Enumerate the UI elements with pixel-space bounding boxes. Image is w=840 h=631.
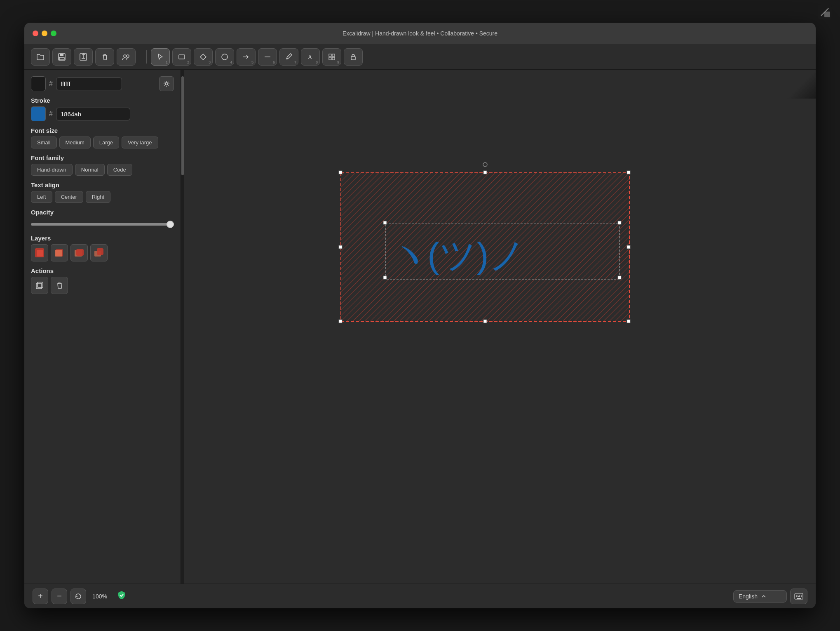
svg-rect-1 [60,54,63,56]
duplicate-button[interactable] [31,277,48,294]
rect-tool-num: 2 [187,60,189,64]
font-code-button[interactable]: Code [107,164,132,176]
text-align-center-button[interactable]: Center [55,191,83,203]
font-size-very-large-button[interactable]: Very large [122,137,158,148]
svg-rect-19 [37,250,43,257]
opacity-slider[interactable] [31,223,174,226]
font-family-label: Font family [31,154,174,161]
layer-2-button[interactable] [51,244,68,261]
trash-button[interactable] [51,277,68,294]
language-selector[interactable]: English [733,590,787,603]
zoom-level-label: 100% [89,593,110,600]
canvas-area[interactable]: ヽ(ツ)ノ [184,70,816,584]
collaborate-button[interactable] [117,48,136,66]
text-align-right-button[interactable]: Right [86,191,110,203]
layer-3-button[interactable] [70,244,88,261]
text-tool-button[interactable]: A 8 [301,48,320,66]
text-handle-tr [618,221,621,224]
svg-rect-2 [59,57,64,60]
select-tool-button[interactable]: 1 [151,48,170,66]
stroke-section: Stroke # 1864ab [31,97,174,121]
background-color-row: # ffffff [31,76,174,91]
background-color-input[interactable]: ffffff [56,78,122,90]
grid-tool-button[interactable]: 9 [322,48,341,66]
open-file-button[interactable] [31,48,50,66]
close-button[interactable] [33,31,38,36]
sidebar-wrapper: # ffffff Stroke # 1864ab [24,70,184,584]
stroke-color-input[interactable]: 1864ab [56,108,130,120]
bottombar-right: English [733,589,807,604]
window-title: Excalidraw | Hand-drawn look & feel • Co… [343,30,497,37]
text-align-label: Text align [31,181,174,188]
svg-rect-30 [796,595,797,596]
circle-tool-button[interactable]: 4 [215,48,234,66]
text-align-buttons: Left Center Right [31,191,174,203]
file-tools [31,48,136,66]
line-tool-button[interactable]: 6 [258,48,277,66]
svg-rect-36 [801,596,802,597]
sidebar-scrollbar[interactable] [181,70,184,584]
hash-sign-stroke: # [49,110,53,118]
main-content: # ffffff Stroke # 1864ab [24,70,816,584]
delete-button[interactable] [95,48,114,66]
stroke-color-swatch[interactable] [31,106,46,121]
svg-rect-27 [38,282,43,287]
font-size-medium-button[interactable]: Medium [59,137,91,148]
rotation-handle [483,162,487,167]
keyboard-button[interactable] [790,589,807,604]
bottombar: + − 100% English [24,584,816,608]
select-tool-num: 1 [166,60,168,64]
save-button[interactable] [52,48,71,66]
svg-rect-3 [80,54,87,60]
opacity-slider-container [31,218,174,229]
pencil-tool-num: 7 [294,60,296,64]
layer-4-button[interactable] [90,244,108,261]
pencil-tool-button[interactable]: 7 [279,48,298,66]
export-button[interactable] [74,48,93,66]
svg-rect-35 [798,596,800,597]
font-size-label: Font size [31,127,174,134]
svg-rect-34 [796,596,797,597]
svg-rect-12 [329,57,331,60]
arrow-tool-button[interactable]: 5 [237,48,256,66]
handle-bm [483,320,487,323]
zoom-out-button[interactable]: − [52,589,67,604]
settings-gear-button[interactable] [159,76,174,91]
toolbar-sep-1 [146,50,147,64]
font-family-buttons: Hand-drawn Normal Code [31,164,174,176]
svg-rect-32 [799,595,800,596]
layer-1-button[interactable] [31,244,48,261]
text-tool-num: 8 [316,60,318,64]
minimize-button[interactable] [42,31,47,36]
shield-icon [117,590,127,603]
stroke-label: Stroke [31,97,174,104]
background-color-swatch[interactable] [31,76,46,91]
font-normal-button[interactable]: Normal [75,164,105,176]
svg-point-7 [222,54,228,60]
svg-point-17 [165,82,168,85]
hash-sign-bg: # [49,80,53,87]
text-align-left-button[interactable]: Left [31,191,52,203]
handle-tm [483,171,487,174]
font-hand-drawn-button[interactable]: Hand-drawn [31,164,73,176]
grid-tool-num: 9 [337,60,339,64]
zoom-in-button[interactable]: + [33,589,48,604]
zoom-reset-button[interactable] [70,589,86,604]
svg-rect-10 [329,54,331,57]
zoom-out-icon: − [57,591,62,601]
svg-rect-33 [801,595,802,596]
text-handle-tl [383,221,387,224]
diamond-tool-button[interactable]: 3 [194,48,213,66]
font-size-small-button[interactable]: Small [31,137,57,148]
lock-tool-button[interactable] [344,48,363,66]
handle-tr [627,171,630,174]
rectangle-tool-button[interactable]: 2 [172,48,191,66]
text-align-section: Text align Left Center Right [31,181,174,203]
maximize-button[interactable] [51,31,56,36]
circle-tool-num: 4 [230,60,232,64]
font-size-large-button[interactable]: Large [93,137,119,148]
main-window: Excalidraw | Hand-drawn look & feel • Co… [24,23,816,608]
handle-ml [339,245,342,249]
kaomoji-text: ヽ(ツ)ノ [391,235,526,275]
line-tool-num: 6 [273,60,275,64]
